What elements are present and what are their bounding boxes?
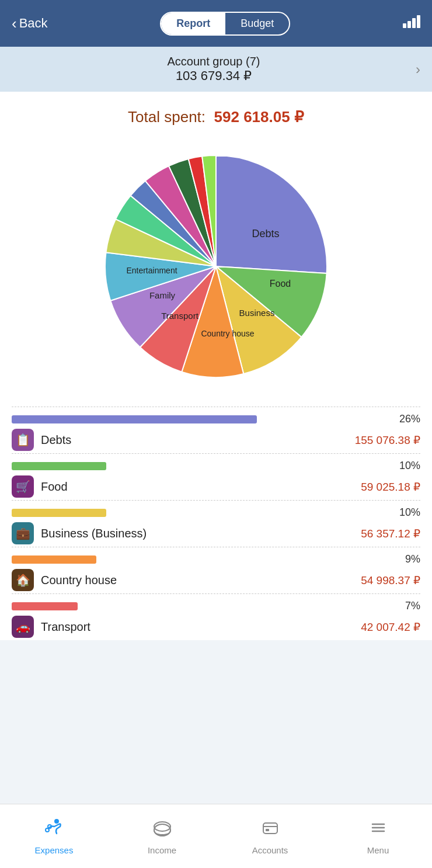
legend-name-row: 🏠 Country house 54 998.37 ₽	[12, 569, 420, 591]
legend-bar	[12, 462, 106, 470]
svg-rect-9	[263, 823, 277, 834]
legend-icon: 🚗	[12, 616, 34, 638]
accounts-label: Accounts	[252, 845, 288, 855]
chart-section: Debts Food Business Country house Transp…	[0, 132, 432, 407]
back-chevron-icon: ‹	[12, 15, 17, 33]
legend-item-business-(business): 10% 💼 Business (Business) 56 357.12 ₽	[12, 500, 420, 547]
pie-chart: Debts Food Business Country house Transp…	[93, 144, 339, 389]
signal-icon	[403, 15, 420, 32]
account-bar-chevron-icon: ›	[416, 61, 420, 78]
pie-label-business: Business	[239, 308, 275, 318]
legend-section: 26% 📋 Debts 155 076.38 ₽ 10% 🛒 Food 59 0…	[0, 407, 432, 640]
expenses-label: Expenses	[35, 845, 74, 855]
legend-name: Food	[41, 480, 68, 494]
pie-label-family: Family	[149, 290, 176, 300]
legend-pct: 10%	[391, 506, 420, 519]
svg-rect-0	[403, 23, 406, 28]
account-bar-text: Account group (7) 103 679.34 ₽	[12, 55, 416, 84]
legend-icon: 📋	[12, 429, 34, 451]
total-section: Total spent: 592 618.05 ₽	[0, 92, 432, 132]
legend-bar	[12, 415, 257, 423]
legend-pct: 10%	[391, 460, 420, 472]
budget-tab[interactable]: Budget	[225, 13, 289, 34]
legend-bar	[12, 509, 106, 517]
svg-rect-1	[407, 21, 411, 28]
legend-bar	[12, 602, 78, 610]
nav-expenses[interactable]: Expenses	[0, 804, 108, 868]
account-bar[interactable]: Account group (7) 103 679.34 ₽ ›	[0, 47, 432, 92]
legend-name: Business (Business)	[41, 527, 147, 540]
back-button[interactable]: ‹ Back	[12, 15, 48, 33]
legend-amount: 42 007.42 ₽	[361, 620, 420, 634]
legend-pct: 9%	[391, 553, 420, 565]
legend-amount: 56 357.12 ₽	[361, 527, 420, 540]
svg-rect-3	[417, 15, 420, 28]
bottom-nav: Expenses Income Accounts	[0, 804, 432, 868]
nav-menu[interactable]: Menu	[324, 804, 432, 868]
legend-icon: 💼	[12, 522, 34, 544]
legend-item-transport: 7% 🚗 Transport 42 007.42 ₽	[12, 593, 420, 640]
pie-label-entertainment: Entertainment	[126, 266, 177, 275]
income-label: Income	[148, 845, 176, 855]
legend-amount: 155 076.38 ₽	[355, 433, 420, 447]
header: ‹ Back Report Budget	[0, 0, 432, 47]
pie-label-countryhouse: Country house	[201, 329, 254, 338]
legend-name-row: 🛒 Food 59 025.18 ₽	[12, 475, 420, 498]
legend-bar-row: 9%	[12, 553, 420, 565]
back-label: Back	[19, 16, 48, 31]
legend-bar-row: 10%	[12, 506, 420, 519]
report-budget-toggle: Report Budget	[160, 12, 290, 36]
legend-name: Country house	[41, 574, 117, 587]
svg-point-6	[46, 828, 49, 832]
pie-label-food: Food	[270, 279, 291, 289]
menu-icon	[368, 817, 389, 843]
expenses-icon	[44, 817, 65, 843]
svg-point-4	[54, 819, 59, 824]
accounts-icon	[260, 817, 281, 843]
legend-bar-row: 26%	[12, 413, 420, 425]
total-amount: 592 618.05 ₽	[214, 108, 304, 126]
legend-item-food: 10% 🛒 Food 59 025.18 ₽	[12, 453, 420, 500]
svg-rect-10	[266, 829, 269, 831]
pie-label-debts: Debts	[252, 228, 279, 239]
legend-item-debts: 26% 📋 Debts 155 076.38 ₽	[12, 407, 420, 453]
account-group-name: Account group (7)	[12, 55, 416, 68]
legend-icon: 🏠	[12, 569, 34, 591]
nav-income[interactable]: Income	[108, 804, 216, 868]
legend-name-row: 📋 Debts 155 076.38 ₽	[12, 429, 420, 451]
legend-icon: 🛒	[12, 475, 34, 498]
nav-accounts[interactable]: Accounts	[216, 804, 324, 868]
legend-name-row: 🚗 Transport 42 007.42 ₽	[12, 616, 420, 638]
legend-amount: 54 998.37 ₽	[361, 574, 420, 587]
legend-item-country-house: 9% 🏠 Country house 54 998.37 ₽	[12, 547, 420, 593]
account-group-amount: 103 679.34 ₽	[12, 68, 416, 84]
legend-amount: 59 025.18 ₽	[361, 480, 420, 494]
report-tab[interactable]: Report	[161, 13, 225, 34]
svg-rect-2	[412, 18, 416, 28]
legend-pct: 7%	[391, 600, 420, 612]
menu-label: Menu	[367, 845, 389, 855]
legend-bar-row: 10%	[12, 460, 420, 472]
legend-name: Transport	[41, 620, 90, 634]
legend-bar	[12, 555, 96, 564]
income-icon	[152, 817, 173, 843]
pie-label-transport: Transport	[161, 311, 198, 321]
total-label: Total spent:	[128, 108, 205, 126]
legend-name-row: 💼 Business (Business) 56 357.12 ₽	[12, 522, 420, 544]
legend-name: Debts	[41, 433, 71, 447]
legend-pct: 26%	[391, 413, 420, 425]
legend-bar-row: 7%	[12, 600, 420, 612]
